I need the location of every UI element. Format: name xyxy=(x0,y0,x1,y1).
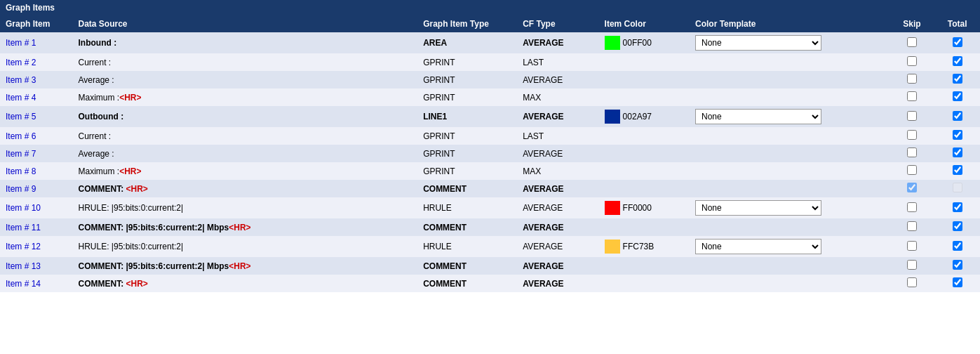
cell-skip xyxy=(890,275,935,292)
graph-item-link[interactable]: Item # 9 xyxy=(6,184,36,194)
cell-graph-item: Item # 5 xyxy=(0,106,73,127)
cell-graph-item-type: COMMENT xyxy=(417,275,517,292)
cell-color-template: None xyxy=(690,197,890,218)
skip-checkbox[interactable] xyxy=(907,165,917,175)
cell-total xyxy=(934,145,980,162)
graph-item-link[interactable]: Item # 11 xyxy=(6,223,41,232)
total-checkbox[interactable] xyxy=(953,165,962,175)
graph-item-link[interactable]: Item # 1 xyxy=(6,38,36,48)
table-header: Graph Item Data Source Graph Item Type C… xyxy=(0,15,980,32)
cell-item-color xyxy=(599,127,690,145)
total-checkbox[interactable] xyxy=(953,74,962,84)
graph-item-link[interactable]: Item # 14 xyxy=(6,279,41,289)
color-template-select[interactable]: None xyxy=(695,35,821,51)
cell-cf-type: LAST xyxy=(517,53,598,71)
cell-color-template xyxy=(690,53,890,71)
total-checkbox[interactable] xyxy=(953,183,962,192)
color-swatch xyxy=(605,201,620,215)
cell-graph-item-type: AREA xyxy=(417,32,517,53)
cell-graph-item-type: GPRINT xyxy=(417,71,517,88)
table-row: Item # 12HRULE: |95:bits:0:current:2|HRU… xyxy=(0,236,980,257)
cell-skip xyxy=(890,162,935,180)
total-checkbox[interactable] xyxy=(953,111,962,121)
graph-item-link[interactable]: Item # 3 xyxy=(6,75,36,85)
graph-item-link[interactable]: Item # 10 xyxy=(6,203,41,213)
cell-item-color: 002A97 xyxy=(599,106,690,127)
cell-graph-item: Item # 2 xyxy=(0,53,73,71)
color-swatch xyxy=(605,110,620,124)
skip-checkbox[interactable] xyxy=(907,183,917,192)
cell-total xyxy=(934,218,980,236)
cell-total xyxy=(934,127,980,145)
table-row: Item # 8Maximum :<HR>GPRINTMAX xyxy=(0,162,980,180)
skip-checkbox[interactable] xyxy=(907,221,917,231)
graph-item-link[interactable]: Item # 7 xyxy=(6,149,36,159)
table-row: Item # 2Current :GPRINTLAST xyxy=(0,53,980,71)
cell-data-source: HRULE: |95:bits:0:current:2| xyxy=(73,236,418,257)
skip-checkbox[interactable] xyxy=(907,111,917,121)
cell-graph-item: Item # 6 xyxy=(0,127,73,145)
cell-data-source: Maximum :<HR> xyxy=(73,88,418,106)
total-checkbox[interactable] xyxy=(953,202,962,212)
cell-graph-item: Item # 12 xyxy=(0,236,73,257)
cell-graph-item-type: GPRINT xyxy=(417,88,517,106)
skip-checkbox[interactable] xyxy=(907,37,917,47)
cell-data-source: COMMENT: <HR> xyxy=(73,180,418,197)
skip-checkbox[interactable] xyxy=(907,91,917,101)
total-checkbox[interactable] xyxy=(953,260,962,270)
cell-color-template: None xyxy=(690,106,890,127)
header-color-template: Color Template xyxy=(690,15,890,32)
cell-cf-type: AVERAGE xyxy=(517,106,598,127)
color-template-select[interactable]: None xyxy=(695,239,821,254)
cell-total xyxy=(934,236,980,257)
cell-data-source: Outbound : xyxy=(73,106,418,127)
graph-item-link[interactable]: Item # 6 xyxy=(6,131,36,141)
total-checkbox[interactable] xyxy=(953,130,962,140)
graph-item-link[interactable]: Item # 5 xyxy=(6,112,36,122)
cell-skip xyxy=(890,88,935,106)
header-data-source: Data Source xyxy=(73,15,418,32)
cell-graph-item-type: GPRINT xyxy=(417,162,517,180)
skip-checkbox[interactable] xyxy=(907,148,917,157)
graph-item-link[interactable]: Item # 8 xyxy=(6,166,36,176)
skip-checkbox[interactable] xyxy=(907,202,917,212)
total-checkbox[interactable] xyxy=(953,277,962,287)
total-checkbox[interactable] xyxy=(953,241,962,251)
cell-graph-item: Item # 13 xyxy=(0,257,73,275)
cell-color-template: None xyxy=(690,32,890,53)
cell-skip xyxy=(890,197,935,218)
total-checkbox[interactable] xyxy=(953,148,962,157)
skip-checkbox[interactable] xyxy=(907,56,917,66)
skip-checkbox[interactable] xyxy=(907,277,917,287)
cell-graph-item: Item # 4 xyxy=(0,88,73,106)
cell-color-template xyxy=(690,275,890,292)
cell-total xyxy=(934,71,980,88)
color-hex-value: FFC73B xyxy=(623,242,655,251)
table-row: Item # 9COMMENT: <HR>COMMENTAVERAGE xyxy=(0,180,980,197)
cell-total xyxy=(934,257,980,275)
cell-color-template xyxy=(690,257,890,275)
total-checkbox[interactable] xyxy=(953,91,962,101)
cell-graph-item-type: GPRINT xyxy=(417,53,517,71)
skip-checkbox[interactable] xyxy=(907,130,917,140)
color-template-select[interactable]: None xyxy=(695,200,821,216)
cell-graph-item-type: HRULE xyxy=(417,236,517,257)
graph-item-link[interactable]: Item # 4 xyxy=(6,93,36,103)
graph-item-link[interactable]: Item # 2 xyxy=(6,58,36,67)
graph-item-link[interactable]: Item # 12 xyxy=(6,242,41,251)
skip-checkbox[interactable] xyxy=(907,260,917,270)
total-checkbox[interactable] xyxy=(953,221,962,231)
cell-graph-item: Item # 10 xyxy=(0,197,73,218)
cell-data-source: Inbound : xyxy=(73,32,418,53)
cell-graph-item: Item # 7 xyxy=(0,145,73,162)
graph-item-link[interactable]: Item # 13 xyxy=(6,261,41,271)
total-checkbox[interactable] xyxy=(953,37,962,47)
cell-item-color: FFC73B xyxy=(599,236,690,257)
header-skip: Skip xyxy=(890,15,935,32)
color-template-select[interactable]: None xyxy=(695,109,821,124)
skip-checkbox[interactable] xyxy=(907,241,917,251)
cell-item-color xyxy=(599,275,690,292)
skip-checkbox[interactable] xyxy=(907,74,917,84)
total-checkbox[interactable] xyxy=(953,56,962,66)
cell-data-source: Current : xyxy=(73,127,418,145)
